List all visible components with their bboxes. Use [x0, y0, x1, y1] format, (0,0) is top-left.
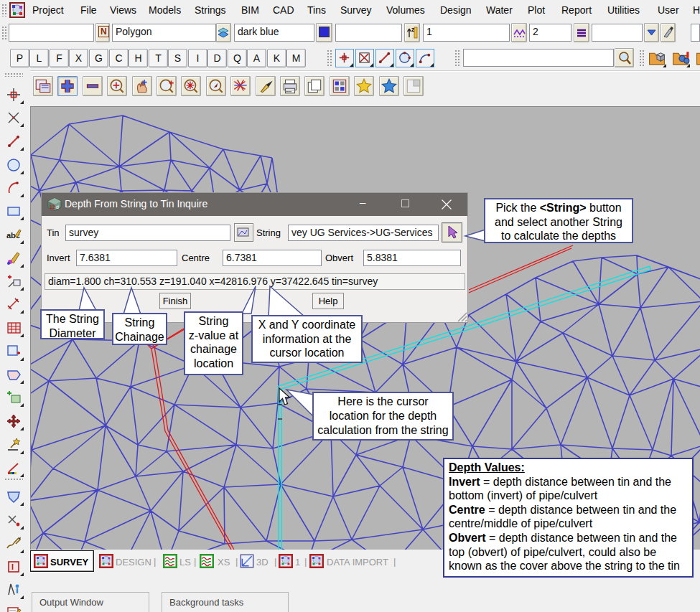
svg-text:I: I	[11, 562, 14, 571]
svg-text:12: 12	[50, 204, 55, 210]
svg-text:d: d	[56, 204, 59, 210]
